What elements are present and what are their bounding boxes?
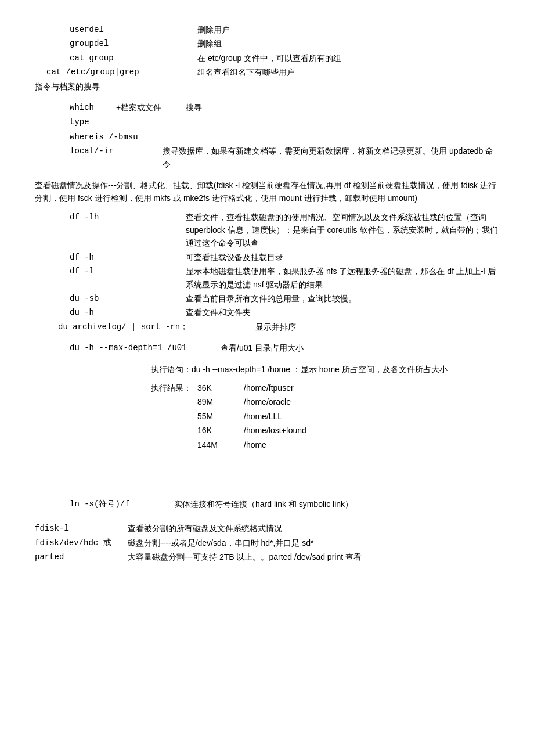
fdisk-dev-line: fdisk/dev/hdc 或 磁盘分割----或者是/dev/sda，串口时 … [35,537,499,549]
df-h-line: df -h 可查看挂载设备及挂载目录 [35,251,499,264]
whereis-cmd: whereis /-bmsu [70,132,138,142]
result-row-16k: 16K /home/lost+found [35,424,499,437]
exec-label: 执行语句：du -h --max-depth=1 /home ：显示 home … [35,363,499,376]
du-sb-cmd: du -sb [70,292,186,305]
cat-group-cmd: cat group [70,52,197,64]
parted-desc: 大容量磁盘分割---可支持 2TB 以上。。parted /dev/sad pr… [128,550,499,563]
result-row-144m: 144M /home [35,438,499,451]
du-archive-line: du archivelog/ | sort -rn； 显示并排序 [35,321,499,333]
result-label: 执行结果： [151,381,197,394]
userdel-cmd: userdel [70,23,197,36]
cat-etc-desc: 组名查看组名下有哪些用户 [197,66,499,78]
userdel-desc: 删除用户 [197,23,499,36]
du-archive-cmd: du archivelog/ | sort -rn； [58,321,255,333]
result-89m-path: /home/oracle [244,395,291,408]
fdisk-line: fdisk-l 查看被分割的所有磁盘及文件系统格式情况 [35,522,499,535]
result-row-89m: 89M /home/oracle [35,395,499,408]
which-cmd: which [70,101,116,114]
result-55m-path: /home/LLL [244,410,282,423]
which-line: which +档案或文件 搜寻 [35,101,499,114]
result-16k: 16K [197,424,244,437]
fdisk-desc: 查看被分割的所有磁盘及文件系统格式情况 [128,522,499,535]
ln-desc: 实体连接和符号连接（hard link 和 symbolic link） [174,498,499,510]
du-sb-line: du -sb 查看当前目录所有文件的总用量，查询比较慢。 [35,292,499,305]
exec-label-text: 执行语句：du -h --max-depth=1 /home ：显示 home … [151,365,448,374]
df-l-line: df -l 显示本地磁盘挂载使用率，如果服务器 nfs 了远程服务器的磁盘，那么… [35,265,499,291]
groupdel-cmd: groupdel [70,37,197,50]
df-h-cmd: df -h [70,251,186,264]
result-36k: 36K [197,381,244,394]
result-36k-path: /home/ftpuser [244,381,294,394]
cat-group-line: cat group 在 etc/group 文件中，可以查看所有的组 [35,52,499,64]
which-desc: 搜寻 [186,101,499,114]
parted-line: parted 大容量磁盘分割---可支持 2TB 以上。。parted /dev… [35,550,499,563]
type-cmd: type [70,117,89,127]
which-arg: +档案或文件 [116,101,186,114]
userdel-line: userdel 删除用户 [35,23,499,36]
du-h-desc: 查看文件和文件夹 [186,306,499,319]
result-header: 执行结果： 36K /home/ftpuser [35,381,499,394]
du-h-cmd: du -h [70,306,186,319]
result-144m: 144M [197,438,244,451]
fdisk-dev-cmd: fdisk/dev/hdc 或 [35,537,128,549]
du-sb-desc: 查看当前目录所有文件的总用量，查询比较慢。 [186,292,499,305]
cat-etc-line: cat /etc/group|grep 组名查看组名下有哪些用户 [35,66,499,78]
result-16k-path: /home/lost+found [244,424,306,437]
ln-cmd: ln -s(符号)/f [70,498,174,510]
result-89m: 89M [197,395,244,408]
result-55m: 55M [197,410,244,423]
cat-etc-cmd: cat /etc/group|grep [46,66,197,78]
section3-title: 查看磁盘情况及操作---分割、格式化、挂载、卸载(fdisk -l 检测当前硬盘… [35,179,499,205]
df-lh-cmd: df -lh [70,211,186,250]
result-144m-path: /home [244,438,266,451]
groupdel-desc: 删除组 [197,37,499,50]
du-archive-desc: 显示并排序 [255,321,499,333]
local-line: local/-ir 搜寻数据库，如果有新建文档等，需要向更新数据库，将新文档记录… [35,145,499,171]
df-lh-desc: 查看文件，查看挂载磁盘的的使用情况、空间情况以及文件系统被挂载的位置（查询 su… [186,211,499,250]
result-row-55m: 55M /home/LLL [35,410,499,423]
df-l-desc: 显示本地磁盘挂载使用率，如果服务器 nfs 了远程服务器的磁盘，那么在 df 上… [186,265,499,291]
df-l-cmd: df -l [70,265,186,291]
section2-title: 指令与档案的搜寻 [35,80,499,93]
fdisk-dev-desc: 磁盘分割----或者是/dev/sda，串口时 hd*,并口是 sd* [128,537,499,549]
local-cmd: local/-ir [70,145,163,171]
fdisk-cmd: fdisk-l [35,522,128,535]
du-h-line: du -h 查看文件和文件夹 [35,306,499,319]
du-maxdepth-desc: 查看/u01 目录占用大小 [221,341,499,354]
du-maxdepth-cmd: du -h --max-depth=1 /u01 [70,341,221,354]
ln-line: ln -s(符号)/f 实体连接和符号连接（hard link 和 symbol… [35,498,499,510]
main-content: userdel 删除用户 groupdel 删除组 cat group 在 et… [35,23,499,564]
df-lh-line: df -lh 查看文件，查看挂载磁盘的的使用情况、空间情况以及文件系统被挂载的位… [35,211,499,250]
du-maxdepth-line: du -h --max-depth=1 /u01 查看/u01 目录占用大小 [35,341,499,354]
parted-cmd: parted [35,550,128,563]
df-h-desc: 可查看挂载设备及挂载目录 [186,251,499,264]
local-desc: 搜寻数据库，如果有新建文档等，需要向更新数据库，将新文档记录更新。使用 upda… [163,145,499,171]
groupdel-line: groupdel 删除组 [35,37,499,50]
cat-group-desc: 在 etc/group 文件中，可以查看所有的组 [197,52,499,64]
type-line: type [35,115,499,128]
whereis-line: whereis /-bmsu [35,130,499,143]
